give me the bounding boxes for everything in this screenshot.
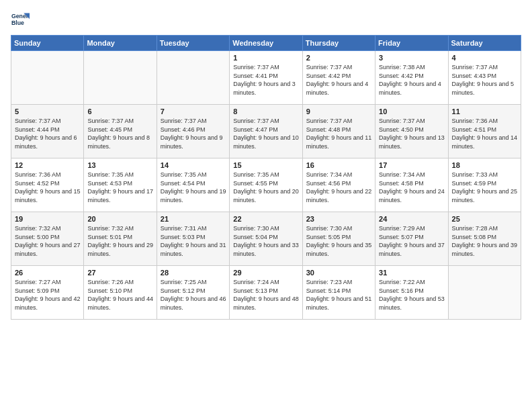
cell-info: Sunrise: 7:34 AM Sunset: 4:56 PM Dayligh… — [306, 171, 372, 204]
day-number: 2 — [306, 54, 372, 62]
calendar-cell: 1Sunrise: 7:37 AM Sunset: 4:41 PM Daylig… — [230, 51, 302, 105]
calendar-cell: 26Sunrise: 7:27 AM Sunset: 5:09 PM Dayli… — [11, 266, 84, 320]
calendar-cell: 2Sunrise: 7:37 AM Sunset: 4:42 PM Daylig… — [302, 51, 375, 105]
cell-info: Sunrise: 7:37 AM Sunset: 4:46 PM Dayligh… — [161, 117, 226, 150]
cell-info: Sunrise: 7:22 AM Sunset: 5:16 PM Dayligh… — [379, 278, 445, 312]
calendar-cell — [448, 266, 521, 320]
calendar-cell — [84, 51, 157, 105]
day-number: 7 — [161, 107, 226, 116]
weekday-header-sunday: Sunday — [11, 36, 84, 51]
week-row-4: 19Sunrise: 7:32 AM Sunset: 5:00 PM Dayli… — [11, 212, 521, 266]
day-number: 8 — [233, 107, 299, 116]
calendar-cell: 21Sunrise: 7:31 AM Sunset: 5:03 PM Dayli… — [157, 212, 229, 266]
cell-info: Sunrise: 7:30 AM Sunset: 5:05 PM Dayligh… — [306, 224, 372, 258]
day-number: 23 — [306, 215, 372, 223]
day-number: 28 — [161, 269, 226, 277]
day-number: 4 — [452, 54, 518, 62]
calendar-cell: 5Sunrise: 7:37 AM Sunset: 4:44 PM Daylig… — [11, 105, 84, 158]
day-number: 21 — [161, 215, 226, 223]
weekday-header-monday: Monday — [84, 36, 157, 51]
cell-info: Sunrise: 7:36 AM Sunset: 4:51 PM Dayligh… — [452, 117, 518, 150]
cell-info: Sunrise: 7:37 AM Sunset: 4:50 PM Dayligh… — [379, 117, 445, 150]
weekday-header-row: SundayMondayTuesdayWednesdayThursdayFrid… — [11, 36, 521, 51]
calendar-cell: 31Sunrise: 7:22 AM Sunset: 5:16 PM Dayli… — [375, 266, 448, 320]
weekday-header-saturday: Saturday — [448, 36, 521, 51]
cell-info: Sunrise: 7:32 AM Sunset: 5:01 PM Dayligh… — [87, 224, 153, 258]
calendar-cell — [11, 51, 84, 105]
week-row-2: 5Sunrise: 7:37 AM Sunset: 4:44 PM Daylig… — [11, 105, 521, 158]
cell-info: Sunrise: 7:27 AM Sunset: 5:09 PM Dayligh… — [15, 278, 81, 312]
day-number: 27 — [87, 269, 153, 277]
cell-info: Sunrise: 7:32 AM Sunset: 5:00 PM Dayligh… — [15, 224, 81, 258]
cell-info: Sunrise: 7:24 AM Sunset: 5:13 PM Dayligh… — [233, 278, 299, 312]
day-number: 19 — [15, 215, 81, 223]
day-number: 30 — [306, 269, 372, 277]
logo-icon: General Blue — [11, 11, 30, 30]
cell-info: Sunrise: 7:37 AM Sunset: 4:41 PM Dayligh… — [233, 63, 299, 97]
calendar-cell: 15Sunrise: 7:35 AM Sunset: 4:55 PM Dayli… — [230, 158, 302, 212]
week-row-5: 26Sunrise: 7:27 AM Sunset: 5:09 PM Dayli… — [11, 266, 521, 320]
cell-info: Sunrise: 7:38 AM Sunset: 4:42 PM Dayligh… — [379, 63, 445, 97]
day-number: 10 — [379, 107, 445, 116]
calendar-cell: 29Sunrise: 7:24 AM Sunset: 5:13 PM Dayli… — [230, 266, 302, 320]
week-row-1: 1Sunrise: 7:37 AM Sunset: 4:41 PM Daylig… — [11, 51, 521, 105]
calendar-cell — [157, 51, 229, 105]
calendar-cell: 16Sunrise: 7:34 AM Sunset: 4:56 PM Dayli… — [302, 158, 375, 212]
calendar-cell: 28Sunrise: 7:25 AM Sunset: 5:12 PM Dayli… — [157, 266, 229, 320]
calendar-cell: 22Sunrise: 7:30 AM Sunset: 5:04 PM Dayli… — [230, 212, 302, 266]
cell-info: Sunrise: 7:37 AM Sunset: 4:43 PM Dayligh… — [452, 63, 518, 97]
cell-info: Sunrise: 7:31 AM Sunset: 5:03 PM Dayligh… — [161, 224, 226, 258]
day-number: 31 — [379, 269, 445, 277]
calendar-cell: 30Sunrise: 7:23 AM Sunset: 5:14 PM Dayli… — [302, 266, 375, 320]
day-number: 17 — [379, 161, 445, 169]
cell-info: Sunrise: 7:26 AM Sunset: 5:10 PM Dayligh… — [87, 278, 153, 312]
day-number: 16 — [306, 161, 372, 169]
cell-info: Sunrise: 7:35 AM Sunset: 4:55 PM Dayligh… — [233, 171, 299, 204]
day-number: 13 — [87, 161, 153, 169]
logo: General Blue — [11, 11, 32, 30]
cell-info: Sunrise: 7:37 AM Sunset: 4:48 PM Dayligh… — [306, 117, 372, 150]
calendar-cell: 27Sunrise: 7:26 AM Sunset: 5:10 PM Dayli… — [84, 266, 157, 320]
cell-info: Sunrise: 7:37 AM Sunset: 4:42 PM Dayligh… — [306, 63, 372, 97]
day-number: 12 — [15, 161, 81, 169]
day-number: 9 — [306, 107, 372, 116]
weekday-header-wednesday: Wednesday — [230, 36, 302, 51]
weekday-header-thursday: Thursday — [302, 36, 375, 51]
cell-info: Sunrise: 7:37 AM Sunset: 4:45 PM Dayligh… — [87, 117, 153, 150]
calendar-cell: 14Sunrise: 7:35 AM Sunset: 4:54 PM Dayli… — [157, 158, 229, 212]
cell-info: Sunrise: 7:37 AM Sunset: 4:47 PM Dayligh… — [233, 117, 299, 150]
day-number: 25 — [452, 215, 518, 223]
calendar-cell: 11Sunrise: 7:36 AM Sunset: 4:51 PM Dayli… — [448, 105, 521, 158]
day-number: 1 — [233, 54, 299, 62]
calendar-table: SundayMondayTuesdayWednesdayThursdayFrid… — [11, 35, 521, 320]
cell-info: Sunrise: 7:34 AM Sunset: 4:58 PM Dayligh… — [379, 171, 445, 204]
calendar-cell: 20Sunrise: 7:32 AM Sunset: 5:01 PM Dayli… — [84, 212, 157, 266]
day-number: 29 — [233, 269, 299, 277]
calendar-cell: 8Sunrise: 7:37 AM Sunset: 4:47 PM Daylig… — [230, 105, 302, 158]
day-number: 18 — [452, 161, 518, 169]
weekday-header-friday: Friday — [375, 36, 448, 51]
calendar-cell: 9Sunrise: 7:37 AM Sunset: 4:48 PM Daylig… — [302, 105, 375, 158]
calendar-cell: 7Sunrise: 7:37 AM Sunset: 4:46 PM Daylig… — [157, 105, 229, 158]
cell-info: Sunrise: 7:33 AM Sunset: 4:59 PM Dayligh… — [452, 171, 518, 204]
weekday-header-tuesday: Tuesday — [157, 36, 229, 51]
calendar-cell: 25Sunrise: 7:28 AM Sunset: 5:08 PM Dayli… — [448, 212, 521, 266]
calendar-cell: 13Sunrise: 7:35 AM Sunset: 4:53 PM Dayli… — [84, 158, 157, 212]
cell-info: Sunrise: 7:23 AM Sunset: 5:14 PM Dayligh… — [306, 278, 372, 312]
calendar-cell: 4Sunrise: 7:37 AM Sunset: 4:43 PM Daylig… — [448, 51, 521, 105]
day-number: 11 — [452, 107, 518, 116]
day-number: 20 — [87, 215, 153, 223]
day-number: 26 — [15, 269, 81, 277]
calendar-cell: 6Sunrise: 7:37 AM Sunset: 4:45 PM Daylig… — [84, 105, 157, 158]
day-number: 6 — [87, 107, 153, 116]
calendar-cell: 3Sunrise: 7:38 AM Sunset: 4:42 PM Daylig… — [375, 51, 448, 105]
calendar-cell: 17Sunrise: 7:34 AM Sunset: 4:58 PM Dayli… — [375, 158, 448, 212]
calendar-cell: 18Sunrise: 7:33 AM Sunset: 4:59 PM Dayli… — [448, 158, 521, 212]
day-number: 3 — [379, 54, 445, 62]
day-number: 14 — [161, 161, 226, 169]
day-number: 22 — [233, 215, 299, 223]
day-number: 15 — [233, 161, 299, 169]
calendar-cell: 10Sunrise: 7:37 AM Sunset: 4:50 PM Dayli… — [375, 105, 448, 158]
page-header: General Blue — [11, 11, 521, 30]
cell-info: Sunrise: 7:35 AM Sunset: 4:53 PM Dayligh… — [87, 171, 153, 204]
